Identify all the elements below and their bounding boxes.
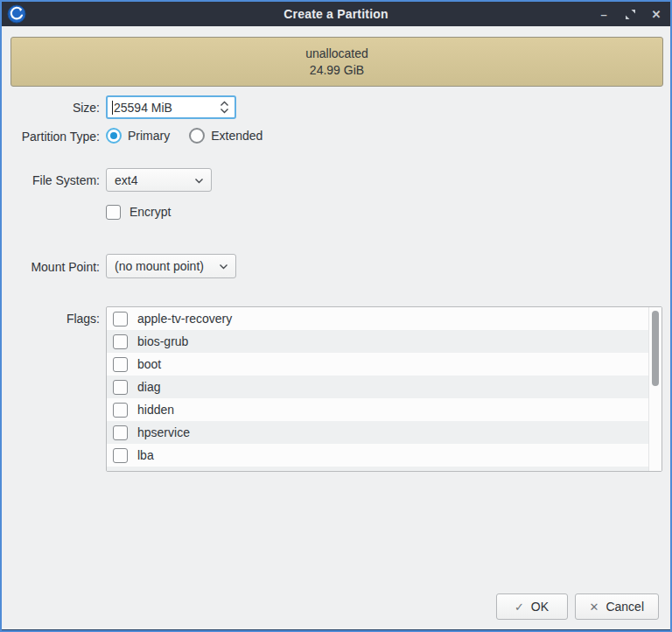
flag-label: diag (137, 380, 160, 394)
window-controls: – ✕ (597, 2, 663, 26)
flag-checkbox[interactable] (113, 312, 128, 327)
flag-label: bios-grub (137, 334, 188, 348)
flag-label: boot (137, 357, 161, 371)
chevron-down-icon (194, 178, 204, 184)
flag-row[interactable]: hpservice (107, 421, 650, 444)
app-icon (7, 4, 26, 24)
mount-point-value: (no mount point) (115, 259, 204, 273)
mount-point-select[interactable]: (no mount point) (106, 254, 236, 278)
chevron-down-icon (219, 263, 228, 270)
partition-type-label: Partition Type: (9, 130, 100, 144)
ok-button[interactable]: ✓ OK (496, 593, 568, 620)
minimize-icon[interactable]: – (597, 7, 611, 21)
flags-scrollbar[interactable] (648, 307, 662, 471)
spinner-arrows[interactable] (220, 97, 229, 117)
flag-row[interactable]: apple-tv-recovery (107, 307, 650, 330)
partition-type-options: Primary Extended (106, 127, 282, 144)
chevron-up-icon (220, 101, 229, 107)
flag-row[interactable]: hidden (107, 398, 650, 421)
radio-primary[interactable] (106, 128, 122, 144)
cancel-button[interactable]: ✕ Cancel (575, 593, 660, 620)
mount-point-label: Mount Point: (9, 260, 100, 274)
titlebar[interactable]: Create a Partition – ✕ (2, 2, 670, 26)
close-icon[interactable]: ✕ (649, 7, 663, 21)
x-icon: ✕ (590, 600, 599, 614)
window-title: Create a Partition (2, 7, 670, 21)
dialog-footer: ✓ OK ✕ Cancel (496, 593, 660, 620)
flag-label: hpservice (137, 425, 190, 439)
flag-checkbox[interactable] (113, 403, 128, 418)
file-system-value: ext4 (115, 173, 137, 187)
flag-checkbox[interactable] (113, 425, 128, 440)
flag-row[interactable]: bios-grub (107, 330, 650, 353)
scrollbar-thumb[interactable] (652, 311, 659, 386)
size-value: 25594 MiB (114, 101, 172, 115)
flag-row-partial[interactable] (107, 467, 650, 472)
flag-label: hidden (137, 403, 174, 417)
flag-label: lba (137, 448, 154, 462)
size-input[interactable]: 25594 MiB (106, 95, 236, 119)
encrypt-checkbox[interactable] (106, 205, 121, 220)
flag-row[interactable]: lba (107, 444, 650, 467)
flag-checkbox[interactable] (113, 448, 128, 463)
partition-preview-unallocated[interactable]: unallocated 24.99 GiB (10, 37, 663, 87)
create-partition-dialog: Create a Partition – ✕ unallocated 24.99… (0, 0, 672, 632)
flags-list: apple-tv-recovery bios-grub boot diag hi… (106, 306, 662, 472)
encrypt-row: Encrypt (106, 203, 171, 221)
cancel-button-label: Cancel (606, 600, 644, 614)
unallocated-size: 24.99 GiB (310, 62, 364, 79)
text-caret (112, 101, 113, 115)
encrypt-label[interactable]: Encrypt (130, 205, 171, 219)
flag-label: apple-tv-recovery (137, 312, 232, 326)
flag-row[interactable]: boot (107, 353, 650, 376)
ok-button-label: OK (531, 600, 549, 614)
flag-checkbox[interactable] (113, 380, 128, 395)
flag-checkbox[interactable] (113, 357, 128, 372)
flag-checkbox[interactable] (113, 334, 128, 349)
file-system-label: File System: (9, 173, 100, 187)
flags-label: Flags: (9, 312, 100, 326)
radio-extended-label[interactable]: Extended (211, 129, 262, 143)
check-icon: ✓ (514, 600, 524, 614)
restore-icon[interactable] (623, 7, 637, 21)
unallocated-label: unallocated (305, 46, 368, 62)
chevron-down-icon (220, 108, 229, 114)
flag-row[interactable]: diag (107, 376, 650, 398)
flag-checkbox[interactable] (113, 471, 128, 473)
radio-extended[interactable] (189, 128, 205, 144)
size-label: Size: (9, 101, 100, 115)
radio-primary-label[interactable]: Primary (128, 129, 170, 143)
file-system-select[interactable]: ext4 (106, 168, 212, 192)
